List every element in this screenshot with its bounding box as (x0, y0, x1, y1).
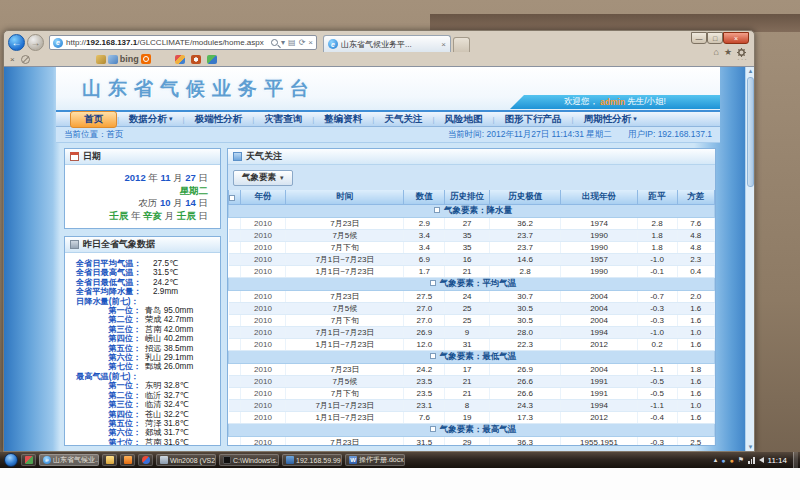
vertical-scrollbar[interactable]: ▲ ▼ (745, 67, 754, 451)
calendar-segment: 11 (160, 172, 173, 183)
table-row[interactable]: 20107月23日24.21726.92004-1.11.8 (229, 363, 715, 375)
stat-label[interactable]: 全省日最高气温： (65, 268, 153, 277)
minimize-button[interactable]: — (691, 32, 707, 44)
autocomplete-caret-icon[interactable]: ▾ (281, 38, 285, 47)
tab-close-icon[interactable]: × (441, 40, 446, 49)
stat-label[interactable]: 全省平均降水量： (65, 287, 153, 296)
taskbar-clock[interactable]: 11:14 (768, 456, 787, 465)
close-bar-icon[interactable]: × (10, 55, 15, 64)
cell: -0.5 (637, 387, 677, 399)
camera-icon[interactable] (175, 55, 185, 64)
table-row[interactable]: 20107月1日~7月23日26.9928.01994-1.01.0 (229, 326, 715, 338)
table-row[interactable]: 20107月23日2.92736.219742.87.6 (229, 217, 715, 229)
compatibility-icon[interactable]: ▤ (288, 38, 296, 47)
table-row[interactable]: 20107月下旬27.02530.52004-0.31.6 (229, 314, 715, 326)
group-checkbox[interactable] (430, 426, 436, 432)
card-icon[interactable] (96, 55, 106, 64)
search-icon[interactable] (271, 39, 278, 46)
address-bar[interactable]: e http://192.168.137.1/GLCCLIMATE/module… (49, 35, 317, 50)
red-icon (142, 456, 150, 464)
paw-icon[interactable] (191, 55, 201, 64)
stop-icon[interactable]: × (308, 38, 313, 47)
bing-logo[interactable]: bing (96, 54, 151, 64)
home-icon[interactable]: ⌂ (713, 47, 718, 57)
cell: 2010 (240, 363, 286, 375)
cell: -1.0 (637, 253, 677, 265)
taskbar-window-button[interactable] (120, 454, 135, 466)
nav-item-1[interactable]: 数据分析▾ (119, 111, 183, 128)
taskbar-window-button[interactable]: C:\Windows\s... (219, 454, 279, 466)
scrollbar-thumb[interactable] (747, 77, 754, 187)
table-row[interactable]: 20107月23日27.52430.72004-0.72.0 (229, 290, 715, 302)
nav-item-8[interactable]: 周期性分析▾ (574, 111, 647, 128)
table-row[interactable]: 20107月5候3.43523.719901.84.8 (229, 229, 715, 241)
table-row[interactable]: 20107月1日~7月23日6.91614.61957-1.02.3 (229, 253, 715, 265)
mail-icon[interactable] (108, 55, 118, 64)
browser-tab[interactable]: e 山东省气候业务平... × (323, 35, 451, 52)
taskbar-window-button[interactable] (102, 454, 117, 466)
table-row[interactable]: 20107月下旬23.52126.61991-0.51.6 (229, 387, 715, 399)
element-dropdown-button[interactable]: 气象要素 ▾ (233, 170, 293, 186)
volume-icon[interactable] (759, 457, 764, 463)
network-icon[interactable] (748, 457, 755, 464)
sidebar: 日期 2012 年 11 月 27 日星期二农历 10 月 14 日壬辰 年 辛… (64, 148, 221, 446)
taskbar-window-button[interactable]: e山东省气候业... (39, 454, 99, 466)
welcome-suffix: 先生/小姐! (627, 96, 666, 108)
cell: 26.9 (489, 363, 560, 375)
table-row[interactable]: 20107月5候27.02530.52004-0.31.6 (229, 302, 715, 314)
table-row[interactable]: 20101月1日~7月23日1.7212.81990-0.10.4 (229, 265, 715, 277)
bing-search-icon[interactable] (141, 54, 151, 64)
calendar-segment: 27 (185, 172, 198, 183)
new-tab-button[interactable] (453, 37, 470, 52)
cell: 7月5候 (286, 229, 404, 241)
group-checkbox[interactable] (430, 280, 436, 286)
cell: 16 (445, 253, 490, 265)
nav-item-0[interactable]: 首页 (70, 111, 117, 128)
nav-item-7[interactable]: 图形下行产品 (495, 111, 572, 128)
table-group-row: 气象要素：降水量 (229, 204, 715, 217)
table-row[interactable]: 20107月1日~7月23日23.1824.31994-1.11.0 (229, 399, 715, 411)
table-row[interactable]: 20101月1日~7月23日12.03122.320120.21.6 (229, 338, 715, 350)
select-all-checkbox[interactable] (229, 195, 235, 201)
ime-icon[interactable]: ● (721, 457, 725, 464)
globe-icon[interactable] (207, 55, 217, 64)
nav-item-3[interactable]: 灾害查询 (254, 111, 312, 128)
pinned-app-icon[interactable] (21, 454, 36, 466)
table-row[interactable]: 20107月5候23.52126.61991-0.51.6 (229, 375, 715, 387)
favorites-star-icon[interactable]: ★ (724, 47, 732, 57)
maximize-button[interactable]: □ (707, 32, 723, 44)
refresh-icon[interactable]: ⟳ (299, 38, 306, 47)
taskbar-window-button[interactable]: W操作手册.docx ... (345, 454, 405, 466)
cell: 23.7 (489, 241, 560, 253)
group-checkbox[interactable] (430, 353, 436, 359)
forward-button[interactable]: → (27, 34, 44, 51)
close-button[interactable]: × (723, 32, 749, 44)
back-button[interactable]: ← (8, 34, 25, 51)
table-group-label: 气象要素：最低气温 (440, 351, 517, 361)
update-icon[interactable]: ● (730, 457, 734, 464)
table-row[interactable]: 20107月下旬3.43523.719901.84.8 (229, 241, 715, 253)
group-checkbox[interactable] (434, 207, 440, 213)
scroll-up-icon[interactable]: ▲ (746, 68, 754, 74)
nav-item-4[interactable]: 整编资料 (314, 111, 372, 128)
table-row[interactable]: 20107月23日31.52936.31955,1951-0.32.5 (229, 436, 715, 445)
start-button[interactable] (4, 453, 18, 467)
taskbar-window-button[interactable]: 192.168.59.99... (282, 454, 342, 466)
stat-label[interactable]: 全省日最低气温： (65, 278, 153, 287)
taskbar-window-button[interactable]: Win2008 (VS2... (156, 454, 216, 466)
nav-item-6[interactable]: 风险地图 (434, 111, 492, 128)
taskbar-window-button[interactable] (138, 454, 153, 466)
stat-label[interactable]: 全省日平均气温： (65, 259, 153, 268)
breadcrumb[interactable]: 当前位置：首页 (64, 129, 124, 141)
table-row[interactable]: 20101月1日~7月23日7.61917.32012-0.41.6 (229, 411, 715, 423)
show-desktop-button[interactable] (793, 452, 798, 468)
nav-item-2[interactable]: 极端性分析 (185, 111, 253, 128)
settings-gear-icon[interactable] (737, 48, 746, 57)
hidden-icons-chevron-icon[interactable]: ▴ (714, 456, 718, 464)
nav-item-5[interactable]: 天气关注 (374, 111, 432, 128)
cell: -0.3 (637, 314, 677, 326)
favorites-bar: × bing ··· (4, 52, 754, 66)
rank-value: 鄄城 26.0mm (141, 362, 193, 371)
scroll-down-icon[interactable]: ▼ (746, 444, 754, 450)
action-center-flag-icon[interactable]: ⚑ (738, 456, 744, 464)
